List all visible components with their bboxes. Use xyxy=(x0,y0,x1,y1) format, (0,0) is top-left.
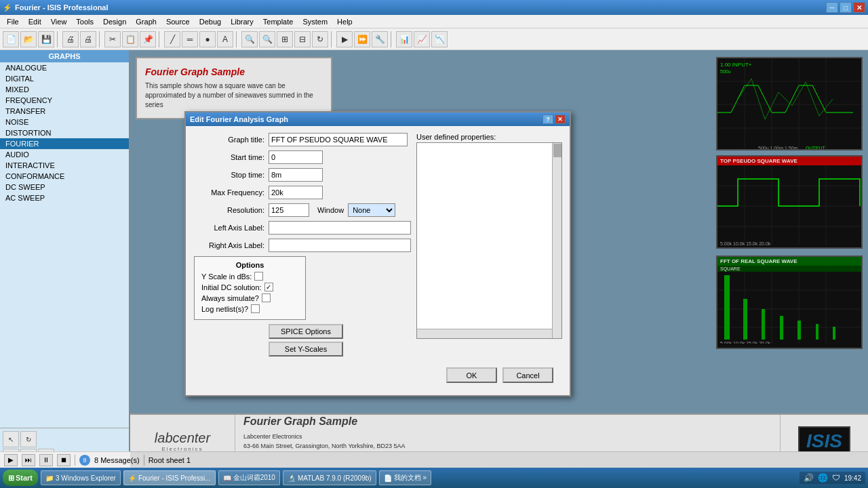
sidebar-item-interactive[interactable]: INTERACTIVE xyxy=(0,160,129,171)
right-axis-label: Right Axis Label: xyxy=(194,241,269,249)
close-button[interactable]: ✕ xyxy=(853,2,865,13)
y-scale-label: Y Scale in dBs: xyxy=(201,272,252,281)
left-axis-row: Left Axis Label: xyxy=(194,221,411,235)
sidebar-item-conformance[interactable]: CONFORMANCE xyxy=(0,171,129,182)
user-props-hscrollbar[interactable] xyxy=(417,329,552,338)
minimize-button[interactable]: ─ xyxy=(826,2,838,13)
log-netlists-checkbox[interactable] xyxy=(251,304,260,313)
task-mydoc[interactable]: 📄 我的文档 » xyxy=(379,470,431,485)
toolbar-fit[interactable]: ⊞ xyxy=(277,31,293,47)
y-scale-checkbox[interactable] xyxy=(254,272,263,281)
left-axis-input[interactable] xyxy=(269,221,411,235)
toolbar-graph2[interactable]: 📈 xyxy=(414,31,430,47)
sidebar-item-digital[interactable]: DIGITAL xyxy=(0,73,129,84)
sidebar-item-dc-sweep[interactable]: DC SWEEP xyxy=(0,182,129,192)
step-button[interactable]: ⏭ xyxy=(22,454,35,466)
task-jinshan-label: 金山词霸2010 xyxy=(233,473,275,483)
menu-tools[interactable]: Tools xyxy=(72,17,98,26)
right-axis-input[interactable] xyxy=(269,239,411,252)
sidebar-item-distortion[interactable]: DISTORTION xyxy=(0,127,129,138)
menu-help[interactable]: Help xyxy=(333,17,357,26)
sidebar-item-transfer[interactable]: TRANSFER xyxy=(0,106,129,117)
sidebar-item-fourier[interactable]: FOURIER xyxy=(0,138,129,149)
user-props-scrollbar[interactable] xyxy=(552,143,561,338)
set-yscales-button[interactable]: Set Y-Scales xyxy=(269,342,343,357)
sidebar-item-mixed[interactable]: MIXED xyxy=(0,84,129,95)
toolbar-print2[interactable]: 🖨 xyxy=(80,31,96,47)
resolution-input[interactable] xyxy=(269,203,309,217)
sidebar-item-noise[interactable]: NOISE xyxy=(0,117,129,127)
toolbar-area[interactable]: ⊟ xyxy=(294,31,311,47)
sidebar-item-audio[interactable]: AUDIO xyxy=(0,149,129,160)
title-bar-controls: ─ □ ✕ xyxy=(826,2,865,13)
canvas-area[interactable]: Fourier Graph Sample This sample shows h… xyxy=(130,50,868,468)
toolbar-zoomin[interactable]: 🔍 xyxy=(241,31,258,47)
dialog-title: Edit Fourier Analysis Graph xyxy=(190,115,288,123)
left-tool-1[interactable]: ↖ xyxy=(3,431,19,447)
toolbar-graph[interactable]: 📊 xyxy=(396,31,412,47)
menu-system[interactable]: System xyxy=(298,17,332,26)
stop-time-input[interactable] xyxy=(269,168,323,182)
toolbar-simulate[interactable]: ▶ xyxy=(336,31,353,47)
max-freq-input[interactable] xyxy=(269,186,323,199)
maximize-button[interactable]: □ xyxy=(840,2,852,13)
ok-button[interactable]: OK xyxy=(446,367,497,383)
toolbar-copy[interactable]: 📋 xyxy=(122,31,138,47)
stop-button[interactable]: ⏹ xyxy=(57,454,71,466)
play-button[interactable]: ▶ xyxy=(4,454,18,466)
menu-graph[interactable]: Graph xyxy=(132,17,161,26)
sidebar-item-ac-sweep[interactable]: AC SWEEP xyxy=(0,192,129,203)
toolbar-zoomout[interactable]: 🔍 xyxy=(259,31,275,47)
menu-library[interactable]: Library xyxy=(226,17,258,26)
taskbar-right: 🔊 🌐 🛡 19:42 xyxy=(800,472,865,484)
start-button[interactable]: ⊞ Start xyxy=(3,470,38,486)
window-select[interactable]: None Hamming Hanning Blackman Flat Top xyxy=(348,203,395,217)
toolbar-sim2[interactable]: ⏩ xyxy=(354,31,370,47)
cancel-button[interactable]: Cancel xyxy=(502,367,553,383)
toolbar-new[interactable]: 📄 xyxy=(3,31,19,47)
menu-debug[interactable]: Debug xyxy=(195,17,225,26)
toolbar-junction[interactable]: ● xyxy=(199,31,216,47)
app-icon: ⚡ xyxy=(3,3,12,12)
toolbar-graph3[interactable]: 📉 xyxy=(431,31,448,47)
toolbar-label[interactable]: A xyxy=(217,31,233,47)
sidebar-item-analogue[interactable]: ANALOGUE xyxy=(0,62,129,73)
dialog-actions: OK Cancel xyxy=(194,362,561,388)
user-props-area[interactable] xyxy=(416,142,562,339)
graph-title-input[interactable] xyxy=(269,133,408,146)
toolbar-redraw[interactable]: ↻ xyxy=(312,31,328,47)
dialog-close-button[interactable]: ✕ xyxy=(555,115,566,124)
toolbar-save[interactable]: 💾 xyxy=(38,31,54,47)
toolbar-cut[interactable]: ✂ xyxy=(104,31,121,47)
task-windows-explorer[interactable]: 📁 3 Windows Explorer xyxy=(41,470,121,485)
menu-template[interactable]: Template xyxy=(259,17,298,26)
sidebar-item-frequency[interactable]: FREQUENCY xyxy=(0,95,129,106)
dialog-help-button[interactable]: ? xyxy=(542,115,553,124)
task-mydoc-label: 我的文档 » xyxy=(394,473,427,483)
toolbar-print[interactable]: 🖨 xyxy=(62,31,79,47)
task-mydoc-icon: 📄 xyxy=(384,474,392,482)
task-jinshan[interactable]: 📖 金山词霸2010 xyxy=(218,470,280,485)
task-explorer-icon: 📁 xyxy=(45,474,54,482)
toolbar-sep-1 xyxy=(57,31,60,47)
toolbar-paste[interactable]: 📌 xyxy=(140,31,156,47)
menu-source[interactable]: Source xyxy=(162,17,194,26)
start-time-input[interactable] xyxy=(269,150,323,164)
task-fourier-isis[interactable]: ⚡ Fourier - ISIS Professi... xyxy=(123,470,216,485)
task-explorer-label: 3 Windows Explorer xyxy=(56,474,116,482)
initial-dc-checkbox[interactable]: ✓ xyxy=(264,283,273,291)
spice-options-button[interactable]: SPICE Options xyxy=(269,324,343,339)
always-simulate-checkbox[interactable] xyxy=(262,293,271,302)
toolbar-open[interactable]: 📂 xyxy=(20,31,37,47)
menu-view[interactable]: View xyxy=(47,17,71,26)
toolbar-bus[interactable]: ═ xyxy=(182,31,198,47)
menu-edit[interactable]: Edit xyxy=(24,17,45,26)
right-axis-row: Right Axis Label: xyxy=(194,239,411,252)
toolbar-wire[interactable]: ╱ xyxy=(164,31,180,47)
menu-design[interactable]: Design xyxy=(99,17,130,26)
left-tool-2[interactable]: ↻ xyxy=(20,431,37,447)
toolbar-sim3[interactable]: 🔧 xyxy=(372,31,388,47)
menu-file[interactable]: File xyxy=(3,17,23,26)
pause-button[interactable]: ⏸ xyxy=(39,454,53,466)
task-matlab[interactable]: 🔬 MATLAB 7.9.0 (R2009b) xyxy=(283,470,376,485)
